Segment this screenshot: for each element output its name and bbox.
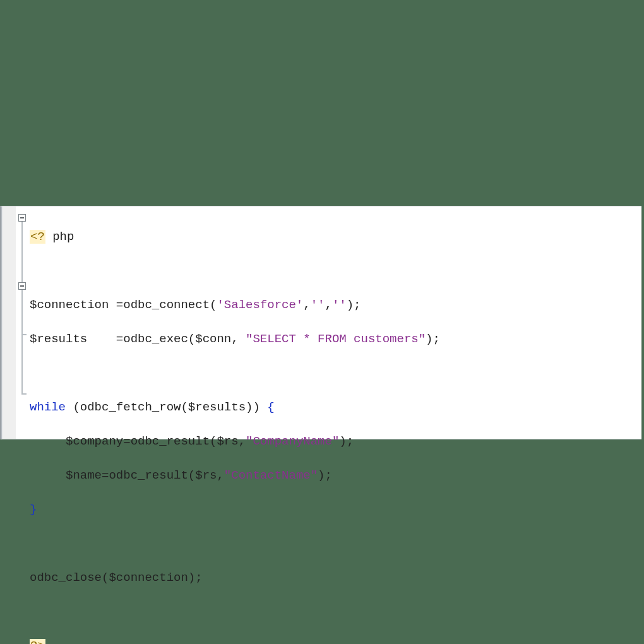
code-text: ); bbox=[426, 332, 440, 346]
php-open-tag: <? bbox=[30, 230, 45, 244]
code-text: $connection =odbc_connect( bbox=[30, 298, 217, 312]
code-line: $connection =odbc_connect('Salesforce','… bbox=[30, 297, 641, 314]
code-text: $results =odbc_exec($conn, bbox=[30, 332, 246, 346]
code-line: ?> bbox=[30, 638, 641, 644]
string-literal: "CompanyName" bbox=[246, 434, 339, 448]
fold-guide-line bbox=[21, 335, 23, 395]
code-line: $company=odbc_result($rs,"CompanyName"); bbox=[30, 433, 641, 450]
code-text: ); bbox=[318, 468, 332, 482]
string-literal: "ContactName" bbox=[224, 468, 318, 482]
code-line: $name=odbc_result($rs,"ContactName"); bbox=[30, 467, 641, 484]
keyword: while bbox=[30, 400, 66, 414]
code-line bbox=[30, 365, 641, 382]
string-literal: 'Salesforce' bbox=[217, 298, 303, 312]
code-area[interactable]: <? php $connection =odbc_connect('Salesf… bbox=[30, 206, 641, 439]
code-text: $name=odbc_result($rs, bbox=[30, 468, 224, 482]
code-line: $results =odbc_exec($conn, "SELECT * FRO… bbox=[30, 331, 641, 348]
code-line: <? php bbox=[30, 229, 641, 246]
fold-end-icon bbox=[21, 393, 27, 395]
code-text: ); bbox=[339, 434, 354, 448]
code-text: , bbox=[303, 298, 310, 312]
code-line bbox=[30, 604, 641, 621]
fold-toggle-icon[interactable] bbox=[18, 214, 26, 222]
code-line: while (odbc_fetch_row($results)) { bbox=[30, 399, 641, 416]
brace: { bbox=[267, 400, 274, 414]
fold-toggle-icon[interactable] bbox=[18, 282, 26, 290]
string-literal: '' bbox=[311, 298, 325, 312]
php-close-tag: ?> bbox=[30, 639, 45, 644]
code-text: php bbox=[45, 230, 75, 244]
fold-guide-line bbox=[21, 290, 23, 335]
code-line bbox=[30, 535, 641, 552]
fold-column bbox=[16, 206, 30, 439]
code-text: odbc_close($connection); bbox=[30, 571, 203, 585]
code-text: $company=odbc_result($rs, bbox=[30, 434, 246, 448]
code-editor[interactable]: <? php $connection =odbc_connect('Salesf… bbox=[0, 206, 641, 439]
code-line: odbc_close($connection); bbox=[30, 569, 641, 587]
string-literal: '' bbox=[332, 298, 347, 312]
string-literal: "SELECT * FROM customers" bbox=[246, 332, 426, 346]
code-line bbox=[30, 263, 641, 280]
editor-gutter bbox=[3, 206, 16, 439]
code-line: } bbox=[30, 501, 641, 518]
fold-guide-line bbox=[21, 222, 23, 289]
code-text: ); bbox=[347, 298, 361, 312]
code-text: (odbc_fetch_row($results)) bbox=[66, 400, 267, 414]
code-text: , bbox=[325, 298, 332, 312]
brace: } bbox=[30, 503, 37, 516]
